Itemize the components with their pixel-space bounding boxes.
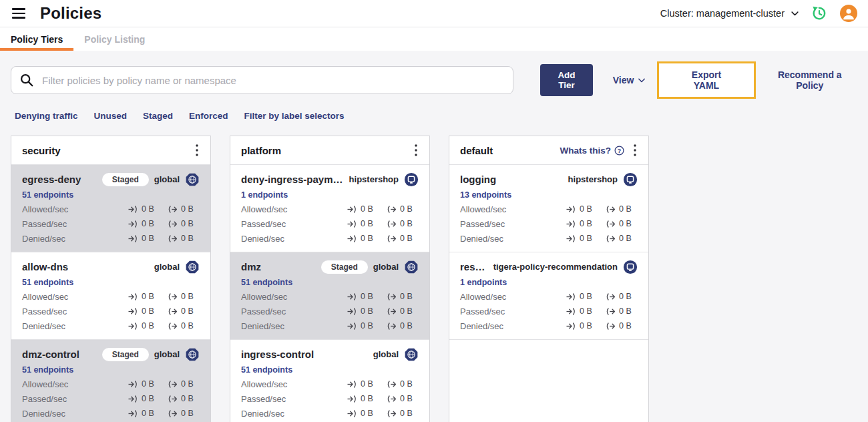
policy-card[interactable]: dmz-control Staged global 51 endpoints A…	[11, 340, 210, 422]
egress-traffic-icon	[168, 381, 178, 388]
policy-card[interactable]: egress-deny Staged global 51 endpoints A…	[11, 165, 210, 252]
metric-egress-value: 0 B	[619, 292, 632, 301]
policy-search-input[interactable]	[41, 74, 505, 87]
view-dropdown-button[interactable]: View	[609, 74, 650, 86]
metric-label: Passed/sec	[460, 219, 566, 229]
global-scope-icon	[185, 172, 200, 187]
policy-list: logging hipstershop 13 endpoints Allowed…	[449, 165, 648, 340]
metric-row: Allowed/sec 0 B	[22, 202, 200, 216]
policy-endpoints-link[interactable]: 51 endpoints	[241, 278, 292, 287]
metric-ingress-value: 0 B	[580, 292, 592, 301]
metric-row: Passed/sec 0 B	[241, 216, 419, 231]
metric-egress-value: 0 B	[400, 292, 413, 301]
metric-label: Passed/sec	[22, 219, 128, 229]
policy-top-row: restricted tigera-policy-recommendation	[460, 258, 638, 276]
hamburger-menu-icon[interactable]	[11, 5, 27, 21]
ingress-traffic-icon	[566, 323, 576, 330]
ingress-traffic-icon	[347, 235, 357, 242]
tab-policy-tiers[interactable]: Policy Tiers	[0, 27, 73, 51]
add-tier-button[interactable]: Add Tier	[540, 64, 593, 96]
kebab-menu-icon[interactable]	[193, 144, 201, 156]
ingress-traffic-icon	[128, 293, 138, 300]
metric-egress-value: 0 B	[181, 292, 194, 301]
policy-endpoints-link[interactable]: 13 endpoints	[460, 190, 511, 200]
kebab-menu-icon[interactable]	[412, 144, 420, 156]
filter-staged[interactable]: Staged	[143, 111, 173, 121]
filter-enforced[interactable]: Enforced	[189, 111, 228, 121]
user-avatar[interactable]	[840, 5, 857, 22]
ingress-traffic-icon	[128, 220, 138, 228]
metric-label: Passed/sec	[460, 306, 566, 316]
tier-help-link[interactable]: Whats this? ?	[560, 146, 625, 156]
metric-row: Denied/sec 0 B	[241, 319, 419, 333]
policy-card[interactable]: allow-dns global 51 endpoints Allowed/se…	[11, 252, 210, 340]
ingress-traffic-icon	[128, 381, 138, 388]
metric-ingress-value: 0 B	[142, 321, 154, 331]
metric-egress-value: 0 B	[619, 306, 632, 316]
metric-list: Allowed/sec 0 B	[241, 202, 419, 246]
tier-name: default	[460, 145, 560, 156]
ingress-traffic-icon	[128, 395, 138, 403]
egress-traffic-icon	[606, 293, 616, 300]
page-title: Policies	[40, 4, 101, 23]
egress-traffic-icon	[387, 308, 397, 315]
policy-card[interactable]: deny-ingress-paymentservi… hipstershop 1…	[230, 165, 429, 252]
metric-row: Denied/sec 0 B	[22, 406, 200, 421]
export-yaml-button[interactable]: Export YAML	[676, 69, 736, 91]
policy-scope-label: global	[154, 349, 180, 359]
policy-card[interactable]: logging hipstershop 13 endpoints Allowed…	[449, 165, 648, 252]
chevron-down-icon	[638, 78, 645, 83]
policy-endpoints-link[interactable]: 1 endpoints	[460, 278, 507, 287]
policy-endpoints-link[interactable]: 51 endpoints	[241, 365, 292, 375]
global-scope-icon	[185, 260, 200, 274]
policy-endpoints-link[interactable]: 51 endpoints	[22, 278, 73, 287]
kebab-menu-icon[interactable]	[631, 144, 639, 156]
metric-label: Allowed/sec	[22, 204, 128, 214]
metric-row: Denied/sec 0 B	[460, 231, 638, 246]
policy-card[interactable]: restricted tigera-policy-recommendation …	[449, 252, 648, 340]
history-icon[interactable]	[811, 5, 828, 22]
ingress-traffic-icon	[128, 206, 138, 213]
filter-denying-traffic[interactable]: Denying traffic	[15, 111, 78, 121]
metric-row: Allowed/sec 0 B	[241, 202, 419, 216]
policy-endpoints-link[interactable]: 51 endpoints	[22, 365, 73, 375]
metric-label: Denied/sec	[22, 234, 128, 244]
metric-label: Denied/sec	[22, 321, 128, 331]
filter-unused[interactable]: Unused	[94, 111, 128, 121]
ingress-traffic-icon	[566, 235, 576, 242]
policy-scope-label: global	[154, 262, 180, 272]
policy-card[interactable]: dmz Staged global 51 endpoints Allowed/s…	[230, 252, 429, 340]
tier-card: default Whats this? ? lo	[449, 136, 649, 422]
recommend-policy-button[interactable]: Recommend a Policy	[763, 69, 857, 91]
policy-name: logging	[460, 174, 563, 185]
tab-policy-listing[interactable]: Policy Listing	[73, 27, 156, 51]
metric-egress-value: 0 B	[619, 219, 632, 228]
ingress-traffic-icon	[566, 308, 576, 315]
policy-top-row: allow-dns global	[22, 258, 200, 276]
policy-endpoints-link[interactable]: 51 endpoints	[22, 190, 73, 200]
tier-header: default Whats this? ?	[449, 136, 648, 165]
policy-scope-label: hipstershop	[349, 174, 399, 184]
metric-ingress-value: 0 B	[361, 394, 373, 403]
svg-text:?: ?	[618, 147, 621, 154]
tab-policy-listing-label: Policy Listing	[84, 34, 145, 45]
policy-endpoints-link[interactable]: 1 endpoints	[241, 190, 288, 200]
filter-by-label-selectors[interactable]: Filter by label selectors	[244, 111, 345, 121]
metric-egress-value: 0 B	[400, 394, 413, 403]
metric-ingress-value: 0 B	[142, 204, 154, 214]
policy-name: allow-dns	[22, 261, 149, 272]
policy-card[interactable]: ingress-control global 51 endpoints Allo…	[230, 340, 429, 422]
cluster-selector[interactable]: Cluster: management-cluster	[660, 8, 799, 19]
global-scope-icon	[404, 347, 419, 362]
policy-top-row: dmz-control Staged global	[22, 345, 200, 363]
policy-name: deny-ingress-paymentservi…	[241, 174, 344, 185]
egress-traffic-icon	[168, 293, 178, 300]
metric-label: Allowed/sec	[460, 292, 566, 302]
policy-scope-label: global	[154, 174, 180, 184]
metric-row: Allowed/sec 0 B	[22, 289, 200, 304]
ingress-traffic-icon	[566, 206, 576, 213]
metric-ingress-value: 0 B	[142, 409, 154, 418]
metric-row: Denied/sec 0 B	[460, 319, 638, 333]
egress-traffic-icon	[606, 308, 616, 315]
ingress-traffic-icon	[347, 220, 357, 228]
